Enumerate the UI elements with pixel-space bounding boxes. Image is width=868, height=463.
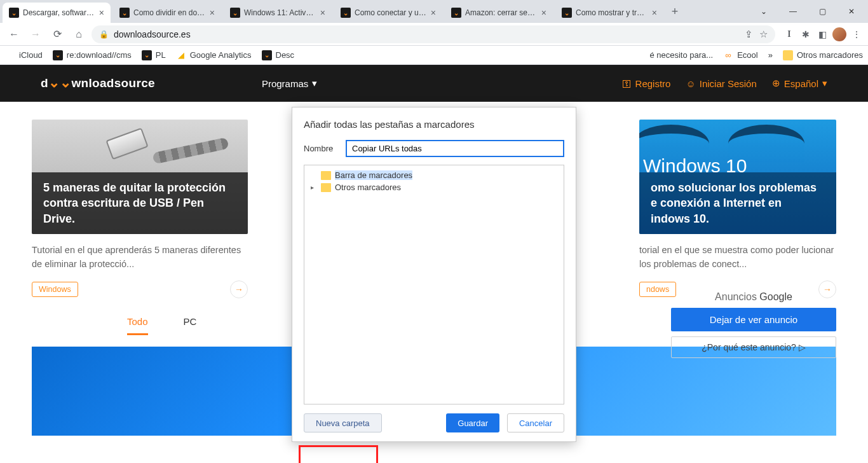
new-folder-button[interactable]: Nueva carpeta: [304, 413, 382, 432]
close-window-icon[interactable]: ✕: [837, 3, 865, 20]
nav-registro[interactable]: ⚿Registro: [622, 78, 671, 89]
back-icon[interactable]: ←: [5, 25, 23, 43]
browser-tab[interactable]: ⌄ Windows 11: Activar c ×: [224, 3, 332, 23]
tree-item-other-bookmarks[interactable]: ▸ Otros marcadores: [308, 181, 560, 193]
article-thumbnail[interactable]: 5 maneras de quitar la protección contra…: [32, 120, 248, 234]
tab-title: Windows 11: Activar c: [244, 8, 316, 17]
close-icon[interactable]: ×: [99, 8, 104, 18]
save-button[interactable]: Guardar: [446, 413, 499, 432]
logo-text: d: [41, 76, 48, 90]
favicon-ds-icon: ⌄: [230, 8, 240, 18]
ads-title: Anuncios Google: [671, 291, 836, 303]
close-icon[interactable]: ×: [431, 8, 436, 18]
new-tab-button[interactable]: +: [666, 5, 684, 18]
bookmark-item[interactable]: ◢Google Analytics: [176, 50, 252, 60]
cancel-button[interactable]: Cancelar: [507, 413, 564, 432]
close-icon[interactable]: ×: [541, 8, 546, 18]
share-icon[interactable]: ⇪: [745, 29, 753, 40]
tutorial-highlight-box: [299, 445, 378, 463]
ads-stop-button[interactable]: Dejar de ver anuncio: [671, 308, 836, 331]
article-title: omo solucionar los problemas e conexión …: [639, 172, 836, 234]
address-bar[interactable]: 🔒 downloadsource.es ⇪ ☆: [92, 25, 775, 43]
close-icon[interactable]: ×: [210, 8, 215, 18]
category-tag[interactable]: Windows: [32, 282, 78, 297]
browser-tab[interactable]: ⌄ Amazon: cerrar sesión ×: [445, 3, 553, 23]
bookmark-all-tabs-dialog: Añadir todas las pestañas a marcadores N…: [292, 107, 576, 442]
title-line: omo solucionar los problemas: [651, 181, 817, 194]
nav-language[interactable]: ⊕Español▾: [772, 78, 827, 89]
globe-icon: ⊕: [772, 78, 780, 89]
bookmark-label: PL: [156, 50, 166, 60]
tab-title: Como mostrar y traba: [576, 8, 648, 17]
bookmarks-overflow[interactable]: »: [768, 50, 773, 60]
tab-todo[interactable]: Todo: [127, 316, 148, 335]
bookmark-item[interactable]: ∞Ecool: [723, 50, 758, 60]
bookmark-item[interactable]: é necesito para...: [649, 50, 713, 60]
reload-icon[interactable]: ⟳: [48, 25, 66, 43]
nav-programas[interactable]: Programas▾: [262, 78, 317, 89]
key-icon: ⚿: [622, 78, 632, 89]
ads-brand: Google: [759, 291, 792, 302]
apple-icon: [5, 50, 15, 60]
nav-label: Español: [784, 78, 818, 89]
bookmark-item[interactable]: ⌄Desc: [262, 50, 295, 60]
site-navbar: d ⌄⌄ wnloadsource Programas▾ ⚿Registro ☺…: [0, 65, 868, 102]
nav-label: Registro: [635, 78, 671, 89]
title-line: indows 10.: [651, 212, 709, 225]
browser-toolbar: ← → ⟳ ⌂ 🔒 downloadsource.es ⇪ ☆ I ✱ ◧ ⋮: [0, 23, 868, 46]
favicon-ds-icon: ⌄: [562, 8, 572, 18]
article-description: Tutorial en el que aprenderás 5 maneras …: [32, 243, 248, 272]
bookmark-item[interactable]: iCloud: [5, 50, 43, 60]
star-icon[interactable]: ☆: [759, 29, 768, 40]
caret-down-icon: ▾: [822, 78, 827, 89]
bookmark-label: Desc: [276, 50, 295, 60]
close-icon[interactable]: ×: [652, 8, 657, 18]
usb-illustration: [105, 128, 148, 160]
maximize-icon[interactable]: ▢: [808, 3, 836, 20]
sidepanel-icon[interactable]: ◧: [816, 28, 829, 41]
extensions-icon[interactable]: ✱: [799, 28, 812, 41]
site-logo[interactable]: d ⌄⌄ wnloadsource: [41, 75, 155, 92]
folder-icon: [321, 171, 331, 180]
menu-icon[interactable]: ⋮: [850, 28, 863, 41]
article-card: Windows 10 omo solucionar los problemas …: [639, 120, 836, 298]
page-content: d ⌄⌄ wnloadsource Programas▾ ⚿Registro ☺…: [0, 65, 868, 463]
favicon-ds-icon: ⌄: [262, 50, 272, 60]
folder-icon: [783, 50, 793, 60]
ads-pre: Anuncios: [715, 291, 759, 302]
bookmark-item[interactable]: ⌄PL: [142, 50, 166, 60]
bookmarks-bar: iCloud ⌄re:download//cms ⌄PL ◢Google Ana…: [0, 46, 868, 65]
name-label: Nombre: [304, 144, 337, 153]
logo-chevron-icon: ⌄⌄: [48, 74, 72, 91]
tab-title: Descargar, software, c: [23, 8, 95, 17]
forward-icon[interactable]: →: [27, 25, 44, 43]
folder-tree[interactable]: Barra de marcadores ▸ Otros marcadores: [304, 165, 564, 404]
close-icon[interactable]: ×: [320, 8, 325, 18]
browser-tab[interactable]: ⌄ Como dividir en dos la ×: [113, 3, 221, 23]
dialog-title: Añadir todas las pestañas a marcadores: [304, 119, 564, 130]
favicon-ds-icon: ⌄: [142, 50, 152, 60]
browser-tab[interactable]: ⌄ Descargar, software, c ×: [3, 3, 111, 23]
tree-item-bookmarks-bar[interactable]: Barra de marcadores: [308, 169, 560, 181]
bookmark-label: Google Analytics: [190, 50, 252, 60]
extension-icon[interactable]: I: [783, 28, 796, 41]
bookmark-item[interactable]: ⌄re:download//cms: [53, 50, 132, 60]
nav-iniciar-sesion[interactable]: ☺Iniciar Sesión: [686, 78, 756, 89]
tab-pc[interactable]: PC: [184, 316, 197, 335]
browser-tab[interactable]: ⌄ Como conectar y usar ×: [334, 3, 442, 23]
user-icon: ☺: [686, 78, 695, 89]
other-bookmarks[interactable]: Otros marcadores: [783, 50, 863, 60]
next-arrow-button[interactable]: →: [230, 280, 248, 298]
home-icon[interactable]: ⌂: [70, 25, 88, 43]
folder-name-input[interactable]: [346, 140, 564, 157]
article-thumbnail[interactable]: Windows 10 omo solucionar los problemas …: [639, 120, 836, 234]
logo-text: wnloadsource: [72, 76, 155, 90]
lock-icon[interactable]: 🔒: [99, 30, 109, 39]
article-title: 5 maneras de quitar la protección contra…: [32, 172, 248, 234]
browser-tab[interactable]: ⌄ Como mostrar y traba ×: [555, 3, 663, 23]
minimize-icon[interactable]: —: [779, 3, 807, 20]
expand-icon[interactable]: ▸: [311, 184, 317, 191]
ads-why-link[interactable]: ¿Por qué este anuncio? ▷: [671, 336, 836, 358]
chevron-down-icon[interactable]: ⌄: [750, 3, 778, 20]
profile-avatar[interactable]: [832, 27, 846, 41]
